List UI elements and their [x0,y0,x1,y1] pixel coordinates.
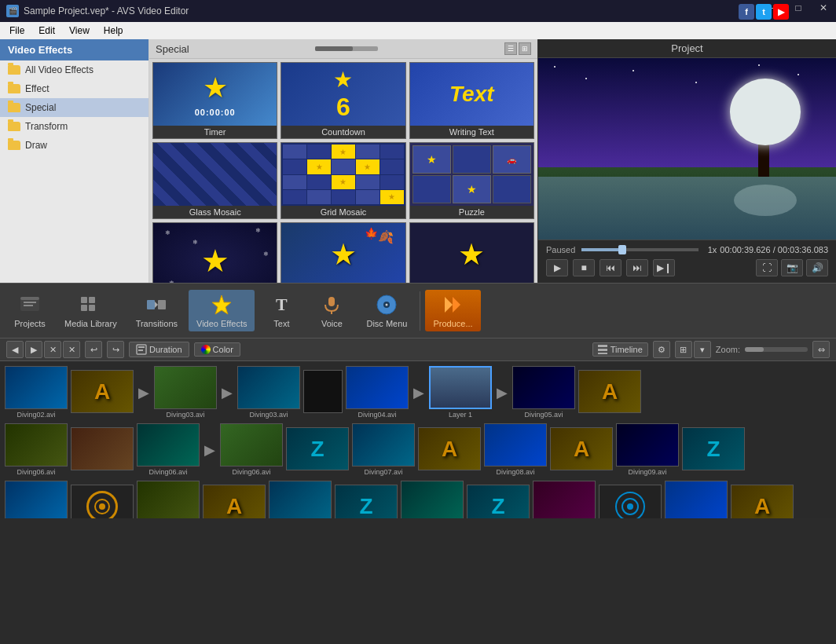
sidebar-item-draw[interactable]: Draw [0,136,148,155]
youtube-icon[interactable]: ▶ [773,4,789,20]
clip-diving12[interactable]: Diving12.avi [269,481,332,518]
effect-writing-text[interactable]: Text Writing Text [409,62,534,139]
twitter-icon[interactable]: t [756,4,772,20]
clip-z2[interactable]: Z [682,427,745,472]
arrow-5: ▶ [203,441,217,459]
toolbar-voice[interactable]: Voice [308,290,355,331]
clip-target2[interactable] [599,485,662,518]
clip-a2[interactable]: A [578,370,641,415]
clip-photo10[interactable]: photo10.jpg [401,481,464,518]
tl-stop-button[interactable]: ✕ [44,341,61,358]
maximize-button[interactable]: □ [786,0,811,16]
effect-snow[interactable]: ★ ❄ ❄ ❄ ❄ ❄ ❄ Snow [152,222,277,283]
clip-diving03-2[interactable]: Diving03.avi [237,366,300,419]
clip-diving02[interactable]: Diving02.avi [5,366,68,419]
clip-diving08[interactable]: Diving08.avi [484,423,547,476]
sidebar-item-effect[interactable]: Effect [0,79,148,98]
tl-fit-button[interactable]: ⇔ [812,341,830,358]
tl-view-btn2[interactable]: ▾ [694,341,711,358]
clip-target1[interactable] [71,485,134,518]
clip-a5[interactable]: A [203,485,266,518]
clip-thumb-diving09 [616,423,679,467]
tl-redo-button[interactable]: ↪ [107,341,124,358]
timeline-toggle[interactable]: Timeline [592,342,648,357]
menu-file[interactable]: File [3,24,31,38]
toolbar-projects[interactable]: Projects [6,290,53,331]
tl-color-button[interactable]: Color [194,342,240,357]
clip-z4[interactable]: Z [467,485,530,518]
clip-diving09[interactable]: Diving09.avi [616,423,679,476]
effect-countdown[interactable]: ★ 6 Countdown [280,62,405,139]
clip-a6[interactable]: A [731,485,794,518]
fullscreen-button[interactable]: ⛶ [756,259,778,276]
effect-canvas-thumb: ★ [410,223,534,283]
facebook-icon[interactable]: f [739,4,754,20]
clip-a3[interactable]: A [418,427,481,472]
view-btn-2[interactable]: ⊞ [519,42,531,55]
clip-diving07[interactable]: Diving07.avi [352,423,415,476]
menu-view[interactable]: View [63,24,96,38]
effect-canvas[interactable]: ★ Canvas [409,222,534,283]
svg-rect-24 [598,353,607,354]
clip-z3[interactable]: Z [335,485,398,518]
tl-settings-button[interactable]: ⚙ [653,341,670,358]
close-button[interactable]: ✕ [811,0,836,16]
zoom-slider[interactable] [745,347,808,352]
effect-grid-mosaic[interactable]: ★ ★ ★ ★ ★ [280,142,405,219]
sidebar-item-special[interactable]: Special [0,98,148,117]
clip-dark[interactable] [303,370,343,415]
svg-rect-20 [138,346,145,348]
sidebar-item-transform[interactable]: Transform [0,117,148,136]
play-button[interactable]: ▶ [546,259,568,276]
toolbar-disc-menu[interactable]: Disc Menu [358,290,415,331]
volume-button[interactable]: 🔊 [806,259,828,276]
toolbar-media-library[interactable]: Media Library [57,290,125,331]
clip-brown[interactable] [71,427,134,472]
clip-z1[interactable]: Z [286,427,349,472]
menu-help[interactable]: Help [97,24,130,38]
clip-diving05[interactable]: Diving05.avi [512,366,575,419]
clip-photo08[interactable]: photo08.jpg [533,481,596,518]
toolbar-media-label: Media Library [64,319,117,328]
clip-diving10[interactable]: Diving10.avi [5,481,68,518]
snapshot-button[interactable]: 📷 [781,259,803,276]
effects-grid: ★ 00:00:00 Timer ★ 6 Countdown [149,59,537,283]
clip-diving11[interactable]: Diving11.avi [137,481,200,518]
next-frame-button[interactable]: ⏭ [626,259,648,276]
clip-a4[interactable]: A [550,427,613,472]
progress-handle[interactable] [618,245,626,254]
tl-back-button[interactable]: ◀ [6,341,24,358]
clip-diving04[interactable]: Diving04.avi [346,366,409,419]
sidebar-item-all-effects[interactable]: All Video Effects [0,60,148,79]
slider-area[interactable] [315,46,378,51]
clip-diving03-1[interactable]: Diving03.avi [154,366,217,419]
size-slider[interactable] [315,46,378,51]
clip-layer1[interactable]: Layer 1 [429,366,492,419]
toolbar-text[interactable]: T Text [258,290,305,331]
effect-particles[interactable]: ★ 🍂 🍁 Particles [280,222,405,283]
tl-duration-button[interactable]: Duration [129,342,189,357]
progress-bar[interactable] [581,248,698,251]
toolbar-produce[interactable]: Produce... [425,290,480,331]
effect-timer[interactable]: ★ 00:00:00 Timer [152,62,277,139]
stop-button[interactable]: ■ [573,259,595,276]
tl-view-btn1[interactable]: ⊞ [675,341,692,358]
effect-glass-mosaic[interactable]: Glass Mosaic [152,142,277,219]
view-btn-1[interactable]: ☰ [504,42,517,55]
clip-a1[interactable]: A [71,370,134,415]
tl-undo-button[interactable]: ↩ [85,341,102,358]
tl-forward-button[interactable]: ▶ [25,341,42,358]
tl-clear-button[interactable]: ✕ [63,341,80,358]
toolbar-video-effects[interactable]: Video Effects [189,290,255,331]
prev-frame-button[interactable]: ⏮ [600,259,622,276]
toolbar-transitions[interactable]: Transitions [128,290,185,331]
preview-panel: Project [537,39,836,283]
clip-diving06-1[interactable]: Diving06.avi [5,423,68,476]
slow-play-button[interactable]: ▶❙ [653,259,675,276]
effect-puzzle[interactable]: ★ 🚗 ★ Puzzle [409,142,534,219]
clip-diving06-3[interactable]: Diving06.avi [220,423,283,476]
menu-edit[interactable]: Edit [32,24,61,38]
clip-diving06-2[interactable]: Diving06.avi [137,423,200,476]
transitions-icon [145,293,168,317]
clip-photo11[interactable]: photo11.jpg [665,481,728,518]
